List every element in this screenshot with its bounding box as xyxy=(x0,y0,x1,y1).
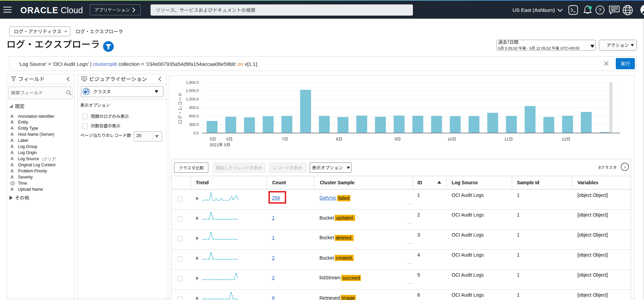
svg-text:?: ? xyxy=(598,7,601,13)
svg-text:i: i xyxy=(624,164,626,169)
